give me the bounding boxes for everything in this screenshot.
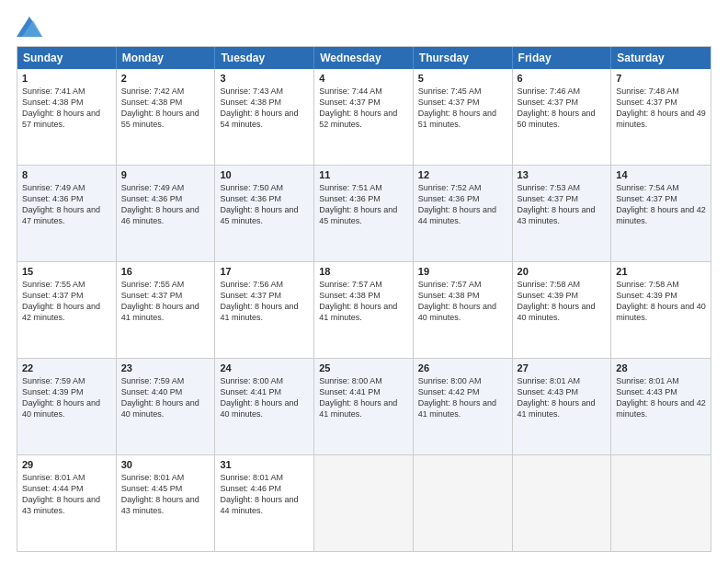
day-number: 19 (418, 266, 507, 277)
day-number: 28 (616, 362, 706, 373)
calendar-row-2: 8Sunrise: 7:49 AMSunset: 4:36 PMDaylight… (17, 165, 711, 261)
day-number: 18 (319, 266, 408, 277)
cell-info: Sunrise: 8:00 AMSunset: 4:41 PMDaylight:… (319, 376, 397, 419)
day-number: 2 (121, 73, 210, 84)
day-cell-2: 2Sunrise: 7:42 AMSunset: 4:38 PMDaylight… (117, 69, 216, 165)
day-number: 23 (121, 362, 210, 373)
calendar: SundayMondayTuesdayWednesdayThursdayFrid… (17, 46, 711, 552)
day-cell-8: 8Sunrise: 7:49 AMSunset: 4:36 PMDaylight… (17, 166, 117, 261)
day-header-monday: Monday (117, 47, 216, 69)
day-number: 14 (616, 169, 706, 180)
day-cell-13: 13Sunrise: 7:53 AMSunset: 4:37 PMDayligh… (513, 166, 612, 261)
day-cell-30: 30Sunrise: 8:01 AMSunset: 4:45 PMDayligh… (117, 455, 216, 551)
day-number: 7 (616, 73, 706, 84)
day-cell-3: 3Sunrise: 7:43 AMSunset: 4:38 PMDaylight… (215, 69, 314, 165)
cell-info: Sunrise: 8:01 AMSunset: 4:43 PMDaylight:… (616, 376, 706, 419)
day-number: 3 (220, 73, 309, 84)
day-cell-12: 12Sunrise: 7:52 AMSunset: 4:36 PMDayligh… (414, 166, 513, 261)
cell-info: Sunrise: 7:53 AMSunset: 4:37 PMDaylight:… (518, 183, 596, 225)
day-cell-4: 4Sunrise: 7:44 AMSunset: 4:37 PMDaylight… (314, 69, 414, 165)
cell-info: Sunrise: 7:42 AMSunset: 4:38 PMDaylight:… (121, 86, 199, 129)
day-number: 25 (319, 362, 408, 373)
day-number: 24 (220, 362, 309, 373)
day-cell-22: 22Sunrise: 7:59 AMSunset: 4:39 PMDayligh… (17, 359, 117, 454)
day-number: 26 (418, 362, 507, 373)
day-header-friday: Friday (513, 47, 612, 69)
calendar-row-1: 1Sunrise: 7:41 AMSunset: 4:38 PMDaylight… (17, 69, 711, 165)
day-cell-29: 29Sunrise: 8:01 AMSunset: 4:44 PMDayligh… (17, 455, 117, 551)
cell-info: Sunrise: 7:52 AMSunset: 4:36 PMDaylight:… (418, 183, 496, 225)
day-cell-17: 17Sunrise: 7:56 AMSunset: 4:37 PMDayligh… (215, 262, 314, 358)
cell-info: Sunrise: 7:43 AMSunset: 4:38 PMDaylight:… (220, 86, 298, 129)
day-number: 16 (121, 266, 210, 277)
day-cell-5: 5Sunrise: 7:45 AMSunset: 4:37 PMDaylight… (414, 69, 513, 165)
cell-info: Sunrise: 7:57 AMSunset: 4:38 PMDaylight:… (418, 280, 496, 322)
day-cell-27: 27Sunrise: 8:01 AMSunset: 4:43 PMDayligh… (513, 359, 612, 454)
day-cell-20: 20Sunrise: 7:58 AMSunset: 4:39 PMDayligh… (513, 262, 612, 358)
cell-info: Sunrise: 8:01 AMSunset: 4:46 PMDaylight:… (220, 473, 298, 515)
calendar-row-5: 29Sunrise: 8:01 AMSunset: 4:44 PMDayligh… (17, 454, 711, 551)
day-cell-14: 14Sunrise: 7:54 AMSunset: 4:37 PMDayligh… (611, 166, 711, 261)
cell-info: Sunrise: 7:41 AMSunset: 4:38 PMDaylight:… (22, 86, 100, 129)
cell-info: Sunrise: 8:00 AMSunset: 4:41 PMDaylight:… (220, 376, 298, 419)
day-header-thursday: Thursday (414, 47, 513, 69)
cell-info: Sunrise: 7:49 AMSunset: 4:36 PMDaylight:… (22, 183, 100, 225)
cell-info: Sunrise: 7:55 AMSunset: 4:37 PMDaylight:… (22, 280, 100, 322)
cell-info: Sunrise: 7:58 AMSunset: 4:39 PMDaylight:… (616, 280, 706, 322)
empty-cell (314, 455, 414, 551)
day-number: 21 (616, 266, 706, 277)
day-number: 22 (22, 362, 111, 373)
day-cell-25: 25Sunrise: 8:00 AMSunset: 4:41 PMDayligh… (314, 359, 414, 454)
day-number: 17 (220, 266, 309, 277)
cell-info: Sunrise: 7:48 AMSunset: 4:37 PMDaylight:… (616, 86, 706, 129)
day-number: 31 (220, 459, 309, 470)
day-number: 1 (22, 73, 111, 84)
logo-icon (17, 17, 42, 37)
day-number: 5 (418, 73, 507, 84)
cell-info: Sunrise: 7:49 AMSunset: 4:36 PMDaylight:… (121, 183, 199, 225)
day-cell-28: 28Sunrise: 8:01 AMSunset: 4:43 PMDayligh… (611, 359, 711, 454)
day-number: 12 (418, 169, 507, 180)
day-cell-24: 24Sunrise: 8:00 AMSunset: 4:41 PMDayligh… (215, 359, 314, 454)
cell-info: Sunrise: 8:01 AMSunset: 4:44 PMDaylight:… (22, 473, 100, 515)
day-cell-10: 10Sunrise: 7:50 AMSunset: 4:36 PMDayligh… (215, 166, 314, 261)
day-cell-9: 9Sunrise: 7:49 AMSunset: 4:36 PMDaylight… (117, 166, 216, 261)
cell-info: Sunrise: 7:59 AMSunset: 4:39 PMDaylight:… (22, 376, 100, 419)
day-number: 9 (121, 169, 210, 180)
day-cell-21: 21Sunrise: 7:58 AMSunset: 4:39 PMDayligh… (611, 262, 711, 358)
day-cell-26: 26Sunrise: 8:00 AMSunset: 4:42 PMDayligh… (414, 359, 513, 454)
cell-info: Sunrise: 7:45 AMSunset: 4:37 PMDaylight:… (418, 86, 496, 129)
header (17, 17, 711, 37)
day-cell-16: 16Sunrise: 7:55 AMSunset: 4:37 PMDayligh… (117, 262, 216, 358)
day-header-sunday: Sunday (17, 47, 117, 69)
day-number: 13 (518, 169, 607, 180)
day-cell-18: 18Sunrise: 7:57 AMSunset: 4:38 PMDayligh… (314, 262, 414, 358)
day-cell-19: 19Sunrise: 7:57 AMSunset: 4:38 PMDayligh… (414, 262, 513, 358)
day-cell-23: 23Sunrise: 7:59 AMSunset: 4:40 PMDayligh… (117, 359, 216, 454)
cell-info: Sunrise: 8:01 AMSunset: 4:43 PMDaylight:… (518, 376, 596, 419)
empty-cell (414, 455, 513, 551)
empty-cell (513, 455, 612, 551)
day-cell-7: 7Sunrise: 7:48 AMSunset: 4:37 PMDaylight… (611, 69, 711, 165)
day-header-wednesday: Wednesday (314, 47, 414, 69)
cell-info: Sunrise: 8:01 AMSunset: 4:45 PMDaylight:… (121, 473, 199, 515)
day-number: 6 (518, 73, 607, 84)
cell-info: Sunrise: 7:57 AMSunset: 4:38 PMDaylight:… (319, 280, 397, 322)
calendar-row-4: 22Sunrise: 7:59 AMSunset: 4:39 PMDayligh… (17, 358, 711, 454)
logo (17, 17, 46, 37)
day-cell-1: 1Sunrise: 7:41 AMSunset: 4:38 PMDaylight… (17, 69, 117, 165)
cell-info: Sunrise: 7:50 AMSunset: 4:36 PMDaylight:… (220, 183, 298, 225)
day-number: 15 (22, 266, 111, 277)
day-number: 4 (319, 73, 408, 84)
day-number: 30 (121, 459, 210, 470)
cell-info: Sunrise: 7:46 AMSunset: 4:37 PMDaylight:… (518, 86, 596, 129)
day-number: 29 (22, 459, 111, 470)
cell-info: Sunrise: 7:55 AMSunset: 4:37 PMDaylight:… (121, 280, 199, 322)
day-number: 8 (22, 169, 111, 180)
day-number: 11 (319, 169, 408, 180)
day-cell-11: 11Sunrise: 7:51 AMSunset: 4:36 PMDayligh… (314, 166, 414, 261)
day-number: 27 (518, 362, 607, 373)
day-number: 10 (220, 169, 309, 180)
empty-cell (611, 455, 711, 551)
calendar-row-3: 15Sunrise: 7:55 AMSunset: 4:37 PMDayligh… (17, 261, 711, 358)
